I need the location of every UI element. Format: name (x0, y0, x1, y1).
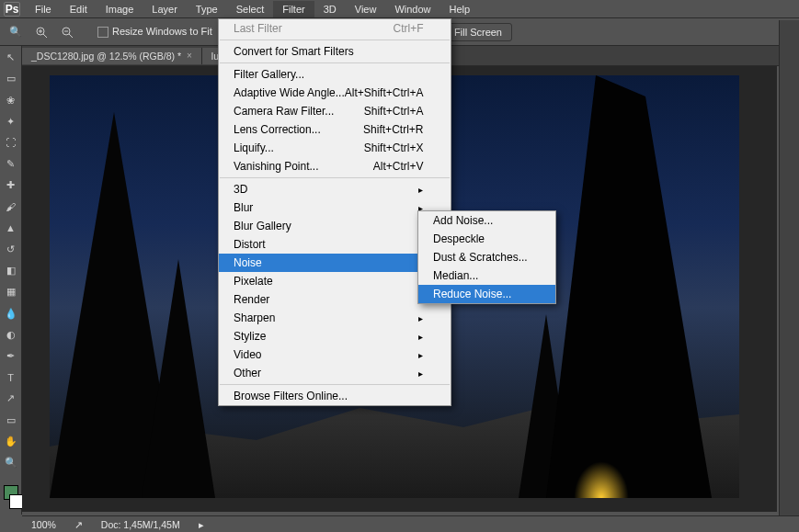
menu-item-other[interactable]: Other (219, 364, 451, 382)
marquee-tool-icon[interactable]: ▭ (2, 71, 20, 86)
menu-item-lens-correction[interactable]: Lens Correction...Shift+Ctrl+R (219, 120, 451, 139)
gradient-tool-icon[interactable]: ▦ (2, 284, 20, 300)
tab-label: _DSC1280.jpg @ 12.5% (RGB/8) * (31, 51, 181, 62)
menu-type[interactable]: Type (187, 1, 227, 17)
right-panel-dock[interactable] (779, 20, 799, 532)
menu-window[interactable]: Window (385, 1, 439, 17)
menu-item-vanishing-point[interactable]: Vanishing Point...Alt+Ctrl+V (219, 157, 451, 175)
menu-item-blur-gallery[interactable]: Blur Gallery (219, 217, 451, 235)
menu-item-pixelate[interactable]: Pixelate (219, 272, 451, 290)
eyedropper-icon[interactable]: ✎ (2, 156, 20, 172)
menu-layer[interactable]: Layer (143, 1, 187, 17)
menu-item-camera-raw-filter[interactable]: Camera Raw Filter...Shift+Ctrl+A (219, 102, 451, 120)
zoom-tool-icon[interactable]: 🔍 (6, 22, 26, 42)
resize-windows-checkbox[interactable]: Resize Windows to Fit (97, 26, 212, 38)
menubar: FileEditImageLayerTypeSelectFilter3DView… (0, 0, 799, 18)
menu-item-blur[interactable]: Blur (219, 198, 451, 217)
svg-line-5 (69, 34, 73, 38)
menu-item-sharpen[interactable]: Sharpen (219, 309, 451, 327)
submenu-item-dust-scratches[interactable]: Dust & Scratches... (418, 248, 555, 266)
move-tool-icon[interactable]: ↖ (2, 50, 20, 65)
menu-file[interactable]: File (26, 1, 61, 17)
svg-line-1 (43, 34, 47, 38)
export-icon[interactable]: ↗ (74, 519, 83, 530)
app-logo: Ps (4, 2, 20, 17)
menu-help[interactable]: Help (440, 1, 480, 17)
menu-item-convert-for-smart-filters[interactable]: Convert for Smart Filters (219, 42, 451, 61)
brush-tool-icon[interactable]: 🖌 (2, 198, 20, 214)
menu-filter[interactable]: Filter (273, 1, 314, 17)
history-brush-icon[interactable]: ↺ (2, 242, 20, 257)
zoom-tool-icon[interactable]: 🔍 (2, 455, 20, 470)
menu-image[interactable]: Image (97, 1, 143, 17)
submenu-item-median[interactable]: Median... (418, 266, 555, 285)
chevron-right-icon[interactable]: ▸ (199, 519, 204, 530)
doc-size: Doc: 1,45M/1,45M (101, 519, 180, 530)
toolbox: ↖ ▭ ❀ ✦ ⛶ ✎ ✚ 🖌 ▲ ↺ ◧ ▦ 💧 ◐ ✒ T ↗ ▭ ✋ 🔍 (0, 46, 22, 515)
lasso-tool-icon[interactable]: ❀ (2, 92, 20, 108)
blur-tool-icon[interactable]: 💧 (2, 305, 20, 321)
close-icon[interactable]: × (187, 51, 192, 61)
submenu-item-add-noise[interactable]: Add Noise... (418, 211, 555, 230)
menu-item-last-filter[interactable]: Last FilterCtrl+F (219, 19, 451, 38)
menu-item-3d[interactable]: 3D (219, 180, 451, 198)
menu-select[interactable]: Select (227, 1, 274, 17)
menu-item-noise[interactable]: Noise (219, 254, 451, 272)
noise-submenu: Add Noise...DespeckleDust & Scratches...… (417, 210, 556, 304)
menu-item-stylize[interactable]: Stylize (219, 327, 451, 345)
path-tool-icon[interactable]: ↗ (2, 391, 20, 406)
menu-item-distort[interactable]: Distort (219, 235, 451, 254)
menu-item-browse-filters-online[interactable]: Browse Filters Online... (219, 387, 451, 405)
shape-tool-icon[interactable]: ▭ (2, 412, 20, 427)
submenu-item-reduce-noise[interactable]: Reduce Noise... (418, 285, 555, 303)
eraser-tool-icon[interactable]: ◧ (2, 263, 20, 278)
fill-screen-button[interactable]: Fill Screen (444, 23, 512, 41)
zoom-level[interactable]: 100% (31, 519, 56, 530)
type-tool-icon[interactable]: T (2, 369, 20, 385)
menu-item-filter-gallery[interactable]: Filter Gallery... (219, 65, 451, 84)
status-bar: 100% ↗ Doc: 1,45M/1,45M ▸ (22, 515, 799, 532)
zoom-in-icon[interactable] (31, 22, 51, 42)
menu-item-adaptive-wide-angle[interactable]: Adaptive Wide Angle...Alt+Shift+Ctrl+A (219, 84, 451, 102)
submenu-item-despeckle[interactable]: Despeckle (418, 230, 555, 248)
menu-3d[interactable]: 3D (314, 1, 346, 17)
dodge-tool-icon[interactable]: ◐ (2, 327, 20, 343)
color-swatches[interactable] (4, 485, 18, 515)
menu-view[interactable]: View (346, 1, 386, 17)
menu-item-liquify[interactable]: Liquify...Shift+Ctrl+X (219, 139, 451, 157)
crop-tool-icon[interactable]: ⛶ (2, 135, 20, 151)
pen-tool-icon[interactable]: ✒ (2, 348, 20, 364)
menu-edit[interactable]: Edit (61, 1, 97, 17)
menu-item-render[interactable]: Render (219, 290, 451, 309)
resize-windows-label: Resize Windows to Fit (112, 26, 212, 37)
hand-tool-icon[interactable]: ✋ (2, 434, 20, 449)
clone-stamp-icon[interactable]: ▲ (2, 221, 20, 236)
zoom-out-icon[interactable] (57, 22, 77, 42)
magic-wand-icon[interactable]: ✦ (2, 114, 20, 130)
menu-item-video[interactable]: Video (219, 345, 451, 364)
healing-brush-icon[interactable]: ✚ (2, 177, 20, 193)
document-tab[interactable]: _DSC1280.jpg @ 12.5% (RGB/8) * × (22, 48, 202, 64)
